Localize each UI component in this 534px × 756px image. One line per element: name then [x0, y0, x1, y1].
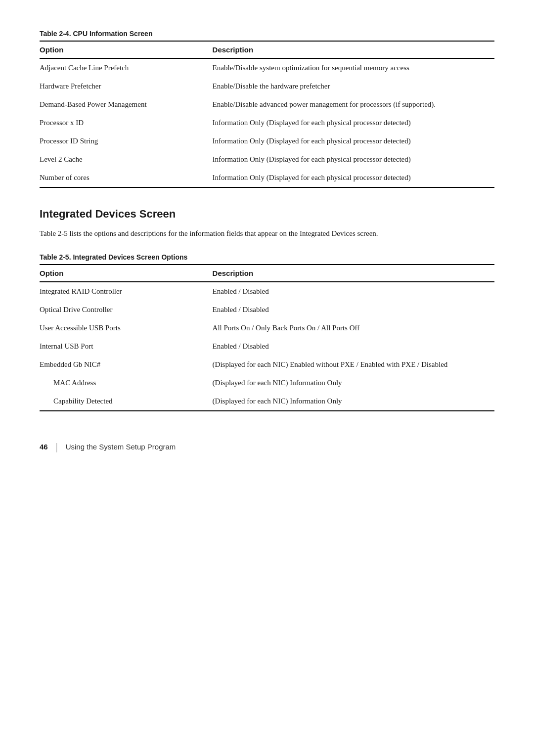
- table4-option-6: Number of cores: [40, 169, 213, 187]
- table4-option-4: Processor ID String: [40, 132, 213, 150]
- table4-caption: Table 2-4. CPU Information Screen: [40, 30, 494, 38]
- table4-description-0: Enable/Disable system optimization for s…: [213, 58, 494, 77]
- table5-row: User Accessible USB PortsAll Ports On / …: [40, 319, 494, 337]
- table4-description-3: Information Only (Displayed for each phy…: [213, 114, 494, 132]
- table5-header-description: Description: [213, 265, 494, 282]
- table4-option-1: Hardware Prefetcher: [40, 77, 213, 95]
- table5-row: Embedded Gb NIC#(Displayed for each NIC)…: [40, 356, 494, 374]
- table4-row: Number of coresInformation Only (Display…: [40, 169, 494, 187]
- table4-description-4: Information Only (Displayed for each phy…: [213, 132, 494, 150]
- table4-row: Hardware PrefetcherEnable/Disable the ha…: [40, 77, 494, 95]
- table5-description-5: (Displayed for each NIC) Information Onl…: [213, 374, 494, 392]
- table4-header-option: Option: [40, 41, 213, 58]
- footer-page-number: 46: [40, 443, 48, 451]
- table5-option-3: Internal USB Port: [40, 337, 213, 356]
- table4-option-3: Processor x ID: [40, 114, 213, 132]
- table4-option-0: Adjacent Cache Line Prefetch: [40, 58, 213, 77]
- table5-option-4: Embedded Gb NIC#: [40, 356, 213, 374]
- table4-header-description: Description: [213, 41, 494, 58]
- table4-row: Level 2 CacheInformation Only (Displayed…: [40, 150, 494, 169]
- table5-caption: Table 2-5. Integrated Devices Screen Opt…: [40, 253, 494, 261]
- table5-description-2: All Ports On / Only Back Ports On / All …: [213, 319, 494, 337]
- table4-row: Processor ID StringInformation Only (Dis…: [40, 132, 494, 150]
- table5-option-5: MAC Address: [40, 374, 213, 392]
- table5: Option Description Integrated RAID Contr…: [40, 264, 494, 411]
- table5-row: Capability Detected(Displayed for each N…: [40, 392, 494, 411]
- table4: Option Description Adjacent Cache Line P…: [40, 41, 494, 188]
- table5-option-2: User Accessible USB Ports: [40, 319, 213, 337]
- table4-row: Processor x IDInformation Only (Displaye…: [40, 114, 494, 132]
- integrated-devices-heading: Integrated Devices Screen: [40, 208, 494, 221]
- footer-separator: |: [56, 441, 58, 452]
- table5-row: Integrated RAID ControllerEnabled / Disa…: [40, 282, 494, 301]
- table4-row: Adjacent Cache Line PrefetchEnable/Disab…: [40, 58, 494, 77]
- table4-description-6: Information Only (Displayed for each phy…: [213, 169, 494, 187]
- table4-option-2: Demand-Based Power Management: [40, 95, 213, 114]
- table5-row: Optical Drive ControllerEnabled / Disabl…: [40, 301, 494, 319]
- footer: 46 | Using the System Setup Program: [40, 441, 494, 452]
- table5-header-option: Option: [40, 265, 213, 282]
- table5-row: MAC Address(Displayed for each NIC) Info…: [40, 374, 494, 392]
- table5-option-6: Capability Detected: [40, 392, 213, 411]
- table5-description-4: (Displayed for each NIC) Enabled without…: [213, 356, 494, 374]
- table5-option-0: Integrated RAID Controller: [40, 282, 213, 301]
- integrated-devices-description: Table 2-5 lists the options and descript…: [40, 227, 494, 239]
- table5-row: Internal USB PortEnabled / Disabled: [40, 337, 494, 356]
- table4-description-2: Enable/Disable advanced power management…: [213, 95, 494, 114]
- table5-option-1: Optical Drive Controller: [40, 301, 213, 319]
- table4-option-5: Level 2 Cache: [40, 150, 213, 169]
- table5-description-6: (Displayed for each NIC) Information Onl…: [213, 392, 494, 411]
- footer-title: Using the System Setup Program: [66, 443, 176, 451]
- table5-description-1: Enabled / Disabled: [213, 301, 494, 319]
- table4-description-1: Enable/Disable the hardware prefetcher: [213, 77, 494, 95]
- table4-description-5: Information Only (Displayed for each phy…: [213, 150, 494, 169]
- table5-description-3: Enabled / Disabled: [213, 337, 494, 356]
- table4-row: Demand-Based Power ManagementEnable/Disa…: [40, 95, 494, 114]
- table5-description-0: Enabled / Disabled: [213, 282, 494, 301]
